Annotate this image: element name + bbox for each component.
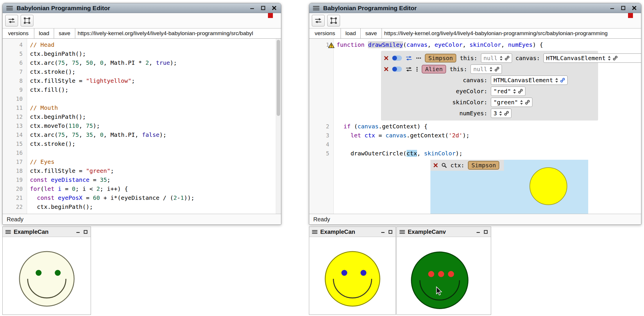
example-badge[interactable]: Simpson xyxy=(468,161,499,170)
example-toggle[interactable] xyxy=(392,67,402,72)
code-line[interactable]: 21 const eyePosX = 60 + i*(eyeDistance /… xyxy=(3,193,281,202)
value-box[interactable]: null xyxy=(481,53,512,63)
value-box[interactable]: "green" xyxy=(491,98,532,107)
code-line[interactable]: 15ctx.stroke(); xyxy=(3,139,281,148)
swap-arrows-button[interactable] xyxy=(312,15,325,26)
code-line[interactable]: 8ctx.fillStyle = "lightyellow"; xyxy=(3,76,281,85)
code-line[interactable]: 7ctx.stroke(); xyxy=(3,67,281,76)
titlebar[interactable]: Babylonian Programming Editor xyxy=(309,3,641,13)
code-line[interactable]: 11// Mouth xyxy=(3,103,281,112)
code-line[interactable]: 14ctx.arc(75, 75, 35, 0, Math.PI, false)… xyxy=(3,130,281,139)
chain-link-icon[interactable] xyxy=(525,100,530,105)
value-box[interactable]: HTMLCanvasElement xyxy=(543,53,641,63)
value-box[interactable]: null xyxy=(471,64,502,74)
code-line[interactable]: 18ctx.fillStyle = "green"; xyxy=(3,166,281,175)
menu-icon[interactable] xyxy=(313,6,320,11)
example-toggle[interactable] xyxy=(392,55,402,61)
example-canvas[interactable] xyxy=(3,237,91,316)
delete-probe-icon[interactable] xyxy=(433,163,438,168)
stepper-icon[interactable] xyxy=(608,56,611,61)
stepper-icon[interactable] xyxy=(555,78,558,83)
example-badge[interactable]: Simpson xyxy=(425,54,456,62)
more-menu-icon[interactable] xyxy=(416,57,421,59)
titlebar[interactable]: ExampleCan xyxy=(3,227,91,237)
versions-button[interactable]: versions xyxy=(309,28,341,38)
example-badge[interactable]: Alien xyxy=(422,65,446,73)
delete-example-icon[interactable] xyxy=(384,56,389,60)
chain-link-icon[interactable] xyxy=(518,89,523,94)
menu-icon[interactable] xyxy=(6,6,13,11)
stepper-icon[interactable] xyxy=(513,89,516,94)
value-box[interactable]: HTMLCanvasElement xyxy=(491,76,568,85)
url-field[interactable]: https://lively-kernel.org/lively4/lively… xyxy=(382,28,641,38)
save-button[interactable]: save xyxy=(54,28,75,38)
code-line[interactable]: 4// Head xyxy=(3,40,281,49)
frame-button[interactable] xyxy=(21,15,33,26)
code-line[interactable]: 10 xyxy=(3,94,281,103)
magnifier-icon[interactable] xyxy=(441,163,447,168)
load-button[interactable]: load xyxy=(341,28,361,38)
value-box[interactable]: 3 xyxy=(491,109,511,118)
minimize-button[interactable] xyxy=(249,5,255,11)
titlebar[interactable]: ExampleCan xyxy=(309,227,396,237)
kebab-menu-icon[interactable] xyxy=(416,67,418,72)
menu-icon[interactable] xyxy=(5,230,11,234)
maximize-button[interactable] xyxy=(388,229,393,234)
swap-arrows-icon[interactable] xyxy=(405,67,412,72)
code-line[interactable]: 3 let ctx = canvas.getContext('2d'); xyxy=(309,131,641,140)
save-button[interactable]: save xyxy=(361,28,382,38)
code-line[interactable]: 6ctx.arc(75, 75, 50, 0, Math.PI * 2, tru… xyxy=(3,58,281,67)
titlebar[interactable]: ExampleCanv xyxy=(397,227,491,237)
frame-button[interactable] xyxy=(327,15,340,26)
parameter-label: this: xyxy=(450,66,467,73)
swap-arrows-icon[interactable] xyxy=(405,56,412,61)
code-line[interactable]: 22 ctx.beginPath(); xyxy=(3,202,281,211)
code-line[interactable]: 5 drawOuterCircle(ctx, skinColor); xyxy=(309,149,641,158)
maximize-button[interactable] xyxy=(83,229,88,234)
minimize-button[interactable] xyxy=(609,5,615,11)
delete-example-icon[interactable] xyxy=(384,67,389,71)
code-line[interactable]: 12ctx.beginPath(); xyxy=(3,112,281,121)
load-button[interactable]: load xyxy=(34,28,54,38)
chain-link-icon[interactable] xyxy=(560,78,565,82)
minimize-button[interactable] xyxy=(476,229,481,234)
chain-link-icon[interactable] xyxy=(495,67,499,71)
code-line[interactable]: 16 xyxy=(3,148,281,157)
maximize-button[interactable] xyxy=(483,229,488,234)
code-editor[interactable]: 1function drawSmiley(canvas, eyeColor, s… xyxy=(309,39,641,214)
example-canvas[interactable] xyxy=(397,237,491,316)
chain-link-icon[interactable] xyxy=(505,56,509,60)
versions-button[interactable]: versions xyxy=(3,28,34,38)
chain-link-icon[interactable] xyxy=(504,111,509,116)
code-line[interactable]: 9ctx.fill(); xyxy=(3,85,281,94)
example-canvas[interactable] xyxy=(309,237,396,316)
swap-arrows-button[interactable] xyxy=(5,15,18,26)
code-line[interactable]: 17// Eyes xyxy=(3,157,281,166)
code-line[interactable]: 4 xyxy=(309,140,641,149)
vertical-scrollbar[interactable] xyxy=(276,39,281,214)
stepper-icon[interactable] xyxy=(500,56,503,61)
stepper-icon[interactable] xyxy=(520,100,523,105)
minimize-button[interactable] xyxy=(380,229,385,234)
code-line[interactable]: 1function drawSmiley(canvas, eyeColor, s… xyxy=(309,40,641,49)
code-line[interactable]: 5ctx.beginPath(); xyxy=(3,49,281,58)
value-box[interactable]: "red" xyxy=(491,87,525,96)
maximize-button[interactable] xyxy=(620,5,626,11)
code-line[interactable]: 2 if (canvas.getContext) { xyxy=(309,122,641,131)
stepper-icon[interactable] xyxy=(489,67,493,72)
code-editor[interactable]: 4// Head5ctx.beginPath();6ctx.arc(75, 75… xyxy=(3,39,281,214)
close-button[interactable] xyxy=(632,5,637,11)
maximize-button[interactable] xyxy=(260,5,266,11)
url-field[interactable]: https://lively-kernel.org/lively4/lively… xyxy=(75,28,281,38)
menu-icon[interactable] xyxy=(312,230,318,234)
code-line[interactable]: 20for(let i = 0; i < 2; i++) { xyxy=(3,184,281,193)
scrollbar-thumb[interactable] xyxy=(277,40,280,116)
code-line[interactable]: 13ctx.moveTo(110, 75); xyxy=(3,121,281,130)
menu-icon[interactable] xyxy=(399,230,405,234)
minimize-button[interactable] xyxy=(76,229,80,234)
titlebar[interactable]: Babylonian Programming Editor xyxy=(3,3,281,13)
stepper-icon[interactable] xyxy=(499,111,502,116)
code-line[interactable]: 19const eyeDistance = 35; xyxy=(3,175,281,184)
close-button[interactable] xyxy=(271,5,277,11)
chain-link-icon[interactable] xyxy=(613,56,618,60)
